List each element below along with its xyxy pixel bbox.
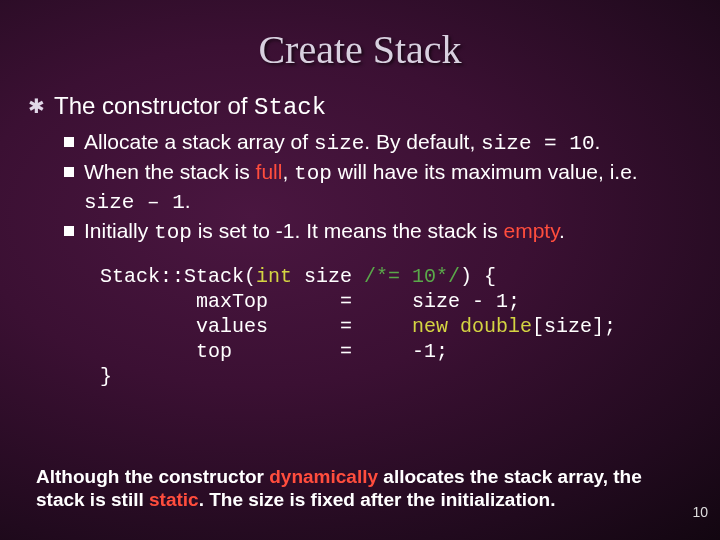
slide-title: Create Stack: [0, 0, 720, 91]
footer-note: Although the constructor dynamically all…: [36, 465, 660, 513]
slide-body: ✱ The constructor of Stack Allocate a st…: [0, 91, 720, 389]
bullet-level1: ✱ The constructor of Stack: [54, 91, 684, 123]
bullet-level2: Allocate a stack array of size. By defau…: [82, 129, 684, 157]
l1-text: The constructor of: [54, 92, 254, 119]
code-block: Stack::Stack(int size /*= 10*/) { maxTop…: [100, 264, 684, 389]
bullet-level2: When the stack is full, top will have it…: [82, 159, 684, 216]
slide: Create Stack ✱ The constructor of Stack …: [0, 0, 720, 540]
page-number: 10: [692, 504, 708, 520]
sub-bullets: Allocate a stack array of size. By defau…: [82, 129, 684, 246]
asterisk-bullet-icon: ✱: [28, 94, 45, 119]
l1-code: Stack: [254, 94, 326, 121]
bullet-level2: Initially top is set to -1. It means the…: [82, 218, 684, 246]
